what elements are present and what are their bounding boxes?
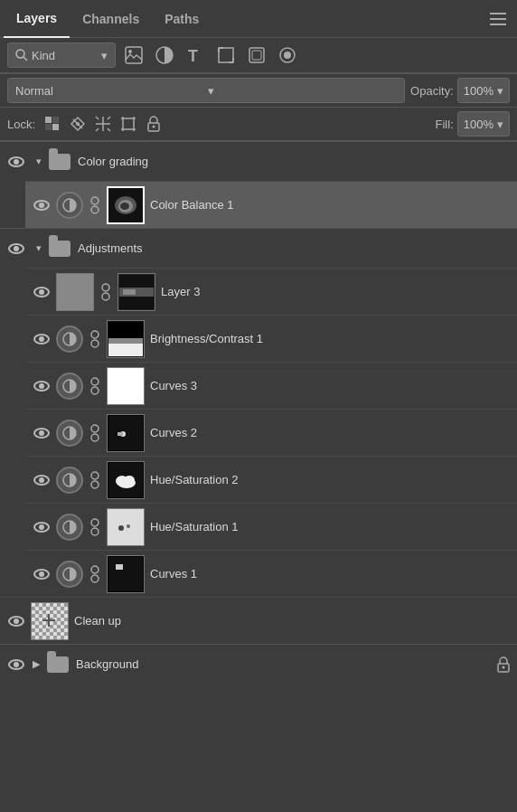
svg-rect-47 xyxy=(123,289,136,295)
visibility-eye[interactable] xyxy=(33,424,51,442)
svg-text:T: T xyxy=(188,47,198,65)
layer-row-layer-3[interactable]: Layer 3 xyxy=(25,268,517,315)
svg-rect-16 xyxy=(45,124,52,130)
lock-artboard-icon[interactable] xyxy=(118,114,138,134)
visibility-eye[interactable] xyxy=(33,565,51,583)
lock-all-icon[interactable] xyxy=(144,114,164,134)
lock-position-icon[interactable] xyxy=(93,114,113,134)
group-header-background[interactable]: ▶ Background xyxy=(0,644,517,684)
blend-row: Normal ▾ Opacity: 100% ▾ xyxy=(0,73,517,107)
tab-layers[interactable]: Layers xyxy=(4,0,70,38)
visibility-eye[interactable] xyxy=(33,471,51,489)
svg-point-78 xyxy=(91,575,99,582)
opacity-input[interactable]: 100% ▾ xyxy=(457,78,510,103)
fill-group: Fill: 100% ▾ xyxy=(436,111,510,137)
visibility-eye[interactable] xyxy=(7,656,25,674)
svg-point-3 xyxy=(16,50,24,58)
svg-point-38 xyxy=(91,206,99,213)
svg-point-6 xyxy=(128,50,132,53)
lock-pixels-icon[interactable] xyxy=(68,114,88,134)
filter-adjustment-icon[interactable] xyxy=(152,42,177,68)
fill-chevron: ▾ xyxy=(497,118,503,131)
group-chevron: ▾ xyxy=(36,242,42,254)
layer-name: Clean up xyxy=(74,614,510,628)
group-name: Adjustments xyxy=(78,241,510,255)
layer-row-curves-2[interactable]: Curves 2 xyxy=(25,409,517,456)
layer-row-hue-saturation-1[interactable]: Hue/Saturation 1 xyxy=(25,503,517,550)
svg-rect-15 xyxy=(52,124,59,130)
opacity-label: Opacity: xyxy=(410,84,454,98)
svg-point-59 xyxy=(91,434,99,441)
chain-icon xyxy=(89,424,101,442)
layer-thumbnail xyxy=(107,508,145,546)
visibility-eye[interactable] xyxy=(33,377,51,395)
kind-dropdown[interactable]: Kind ▾ xyxy=(7,42,116,68)
layer-name: Hue/Saturation 1 xyxy=(150,520,510,533)
svg-point-49 xyxy=(91,331,99,338)
adjustment-icon xyxy=(56,373,83,400)
filter-shape-icon[interactable] xyxy=(213,42,239,68)
opacity-chevron: ▾ xyxy=(497,84,503,98)
group-name: Color grading xyxy=(78,155,510,168)
tab-paths[interactable]: Paths xyxy=(152,0,212,38)
layer-thumbnail xyxy=(107,367,145,405)
fill-label: Fill: xyxy=(436,118,454,131)
tab-bar: Layers Channels Paths xyxy=(0,0,517,38)
filter-smart-object-icon[interactable] xyxy=(244,42,269,68)
layer-row-clean-up[interactable]: Clean up xyxy=(0,597,517,644)
chain-icon xyxy=(99,283,112,301)
layer-row-color-balance-1[interactable]: Color Balance 1 xyxy=(25,181,517,228)
svg-rect-9 xyxy=(219,48,233,62)
svg-point-55 xyxy=(91,378,99,385)
svg-point-13 xyxy=(284,52,291,59)
chain-icon xyxy=(89,565,101,583)
svg-rect-73 xyxy=(108,510,143,544)
svg-point-37 xyxy=(91,197,99,204)
visibility-eye[interactable] xyxy=(33,330,51,348)
filter-pixel-icon[interactable] xyxy=(275,42,300,68)
svg-point-18 xyxy=(76,122,80,126)
group-header-adjustments[interactable]: ▾ Adjustments xyxy=(0,228,517,268)
visibility-eye[interactable] xyxy=(7,612,25,630)
layer-row-hue-saturation-2[interactable]: Hue/Saturation 2 xyxy=(25,456,517,503)
visibility-eye[interactable] xyxy=(33,283,51,301)
fill-input[interactable]: 100% ▾ xyxy=(457,111,510,137)
visibility-eye[interactable] xyxy=(7,240,25,258)
filter-image-icon[interactable] xyxy=(121,42,146,68)
layer-name: Brightness/Contrast 1 xyxy=(150,332,510,345)
layer-name: Layer 3 xyxy=(161,285,510,298)
filter-text-icon[interactable]: T xyxy=(183,42,208,68)
svg-line-4 xyxy=(24,57,27,61)
lock-row: Lock: xyxy=(0,107,517,141)
lock-icon xyxy=(497,656,510,673)
layer-name: Curves 2 xyxy=(150,426,510,439)
tab-channels[interactable]: Channels xyxy=(70,0,152,38)
folder-icon xyxy=(49,241,70,257)
blend-chevron: ▾ xyxy=(208,84,397,98)
group-chevron: ▾ xyxy=(36,156,42,167)
layer-row-brightness-contrast-1[interactable]: Brightness/Contrast 1 xyxy=(25,315,517,362)
visibility-eye[interactable] xyxy=(7,153,25,171)
layer-name: Curves 3 xyxy=(150,379,510,392)
svg-point-71 xyxy=(91,519,99,526)
lock-transparent-icon[interactable] xyxy=(42,114,62,134)
svg-line-23 xyxy=(96,128,99,131)
svg-rect-17 xyxy=(52,117,59,123)
layer-row-curves-1[interactable]: Curves 1 xyxy=(25,550,517,597)
panel-menu-icon[interactable] xyxy=(483,13,513,25)
kind-chevron: ▾ xyxy=(101,49,108,62)
layer-row-curves-3[interactable]: Curves 3 xyxy=(25,362,517,409)
blend-mode-dropdown[interactable]: Normal ▾ xyxy=(7,78,405,103)
folder-icon xyxy=(47,656,69,673)
chain-icon xyxy=(89,377,101,395)
svg-point-84 xyxy=(503,666,505,668)
lock-label: Lock: xyxy=(7,118,35,131)
group-header-color-grading[interactable]: ▾ Color grading xyxy=(0,141,517,181)
chain-icon xyxy=(89,196,101,214)
svg-rect-10 xyxy=(249,48,264,62)
layer-thumbnail xyxy=(107,461,145,499)
layer-name: Hue/Saturation 2 xyxy=(150,473,510,486)
visibility-eye[interactable] xyxy=(33,518,51,536)
visibility-eye[interactable] xyxy=(33,196,51,214)
svg-point-77 xyxy=(91,566,99,573)
